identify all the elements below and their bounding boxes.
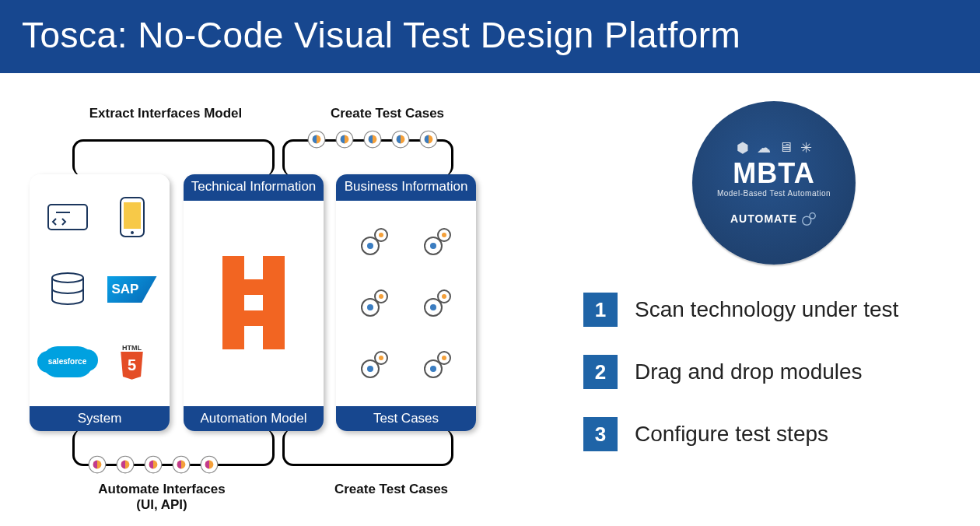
gear-row-top [306,129,439,149]
step-number: 3 [583,417,618,451]
svg-point-51 [367,304,373,310]
gears-icon [419,223,457,260]
card-model-body [184,201,324,405]
card-system-footer: System [30,406,170,431]
svg-point-53 [379,294,383,299]
svg-rect-40 [254,279,285,295]
gear-icon [87,454,107,475]
svg-point-34 [131,231,134,234]
svg-rect-33 [124,202,141,229]
step-text: Configure test steps [635,422,828,447]
svg-point-55 [430,304,436,310]
badge-icon-row: ⬢ ☁ 🖥 ✳ [737,139,812,156]
gear-icon [115,454,135,475]
gears-icon [356,284,394,321]
gears-icon [419,284,457,321]
svg-point-45 [379,233,383,237]
svg-point-35 [52,273,83,282]
gear-icon [306,129,327,149]
gear-icon [390,129,411,149]
snowflake-icon: ✳ [800,139,812,156]
salesforce-logo-icon: salesforce [42,346,93,377]
step-item: 3 Configure test steps [583,417,957,451]
code-window-icon [47,202,89,233]
svg-point-47 [430,243,436,249]
svg-point-59 [367,366,373,372]
html5-small-icon: ⬢ [737,139,749,156]
badge-subtitle: Model-Based Test Automation [717,189,831,198]
svg-rect-38 [222,279,254,295]
svg-point-49 [442,233,446,237]
tosca-module-icon [215,256,292,349]
step-text: Drag and drop modules [635,359,863,384]
card-automation-model: Technical Information Automation Model [184,174,324,431]
badge-title: MBTA [733,160,814,188]
svg-point-61 [379,356,383,360]
svg-rect-41 [254,310,285,326]
gears-small-icon [800,210,817,227]
svg-rect-37 [263,256,285,349]
card-system-body: SAP salesforce HTML5 [30,174,170,405]
title-bar: Tosca: No-Code Visual Test Design Platfo… [0,0,980,73]
gear-icon [418,129,439,149]
step-item: 2 Drag and drop modules [583,355,957,389]
label-create-test-cases-top: Create Test Cases [325,106,450,121]
devices-icon: 🖥 [779,139,793,156]
card-model-header: Technical Information [184,174,324,201]
gears-icon [356,345,394,383]
html5-logo-icon: HTML5 [117,344,148,380]
card-tests-header: Business Information [336,174,476,201]
badge-automate-tag: AUTOMATE [730,210,817,227]
gears-icon [419,345,457,383]
gear-row-bottom [87,454,219,475]
step-item: 1 Scan technology under test [583,293,957,327]
label-extract-interfaces: Extract Interfaces Model [84,106,247,121]
svg-rect-30 [48,205,87,230]
card-tests-body [336,201,476,405]
svg-point-63 [430,366,436,372]
step-number: 1 [583,293,618,327]
database-icon [48,272,87,307]
card-test-cases: Business Information Test Cases [336,174,476,431]
connector-bottom-right [282,429,453,466]
step-number: 2 [583,355,618,389]
label-automate-interfaces: Automate Interfaces (UI, API) [68,482,255,514]
svg-rect-36 [222,256,244,349]
svg-rect-39 [222,310,254,326]
gear-icon [171,454,191,475]
gear-icon [143,454,163,475]
card-model-footer: Automation Model [184,406,324,431]
card-system: SAP salesforce HTML5 System [30,174,170,431]
svg-point-67 [810,212,815,218]
content-area: Extract Interfaces Model Create Test Cas… [0,73,980,524]
sap-logo-icon: SAP [107,276,157,303]
gear-icon [362,129,383,149]
card-tests-footer: Test Cases [336,406,476,431]
mbta-badge: ⬢ ☁ 🖥 ✳ MBTA Model-Based Test Automation… [692,101,856,265]
connector-top-left [72,139,275,177]
smartphone-icon [119,196,145,238]
gear-icon [334,129,355,149]
step-text: Scan technology under test [635,297,898,322]
svg-point-43 [367,243,373,249]
gear-icon [199,454,219,475]
page-title: Tosca: No-Code Visual Test Design Platfo… [22,15,740,55]
cloud-icon: ☁ [757,139,771,156]
steps-list: 1 Scan technology under test 2 Drag and … [583,293,957,451]
svg-point-65 [442,356,446,360]
workflow-diagram: Extract Interfaces Model Create Test Cas… [22,96,504,517]
label-create-test-cases-bottom: Create Test Cases [310,482,473,497]
gears-icon [356,223,394,260]
svg-point-57 [442,294,446,299]
